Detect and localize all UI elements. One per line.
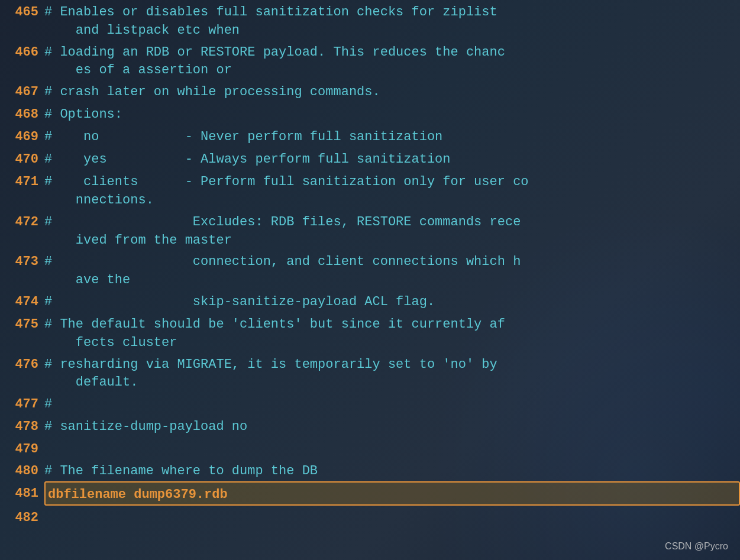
code-container: 465# Enables or disables full sanitizati… xyxy=(0,0,740,560)
line-number-473: 473 xyxy=(0,250,44,271)
line-number-482: 482 xyxy=(0,506,44,527)
line-content-472: # Excludes: RDB files, RESTORE commands … xyxy=(44,210,740,250)
code-line-480: 480# The filename where to dump the DB xyxy=(0,459,740,481)
line-content-478: # sanitize-dump-payload no xyxy=(44,415,740,436)
line-content-468: # Options: xyxy=(44,102,740,124)
code-line-465: 465# Enables or disables full sanitizati… xyxy=(0,0,740,40)
line-content-467: # crash later on while processing comman… xyxy=(44,80,740,102)
line-number-481: 481 xyxy=(0,481,44,503)
code-line-478: 478# sanitize-dump-payload no xyxy=(0,415,740,437)
line-number-469: 469 xyxy=(0,125,44,147)
line-content-474: # skip-sanitize-payload ACL flag. xyxy=(44,290,740,312)
code-line-482: 482 xyxy=(0,506,740,527)
code-line-481: 481dbfilename dump6379.rdb xyxy=(0,481,740,506)
line-content-477: # xyxy=(44,392,740,414)
line-number-480: 480 xyxy=(0,459,44,481)
code-line-477: 477# xyxy=(0,392,740,415)
line-content-473: # connection, and client connections whi… xyxy=(44,250,740,290)
code-line-469: 469# no - Never perform full sanitizatio… xyxy=(0,125,740,147)
line-content-469: # no - Never perform full sanitization xyxy=(44,125,740,147)
code-line-470: 470# yes - Always perform full sanitizat… xyxy=(0,147,740,170)
line-number-470: 470 xyxy=(0,147,44,169)
line-number-471: 471 xyxy=(0,170,44,192)
line-number-475: 475 xyxy=(0,312,44,334)
line-number-477: 477 xyxy=(0,392,44,414)
line-content-482 xyxy=(44,506,740,509)
line-number-478: 478 xyxy=(0,415,44,436)
code-line-475: 475# The default should be 'clients' but… xyxy=(0,312,740,352)
code-line-468: 468# Options: xyxy=(0,102,740,125)
line-number-474: 474 xyxy=(0,290,44,312)
line-number-467: 467 xyxy=(0,80,44,102)
line-number-466: 466 xyxy=(0,40,44,62)
line-content-470: # yes - Always perform full sanitization xyxy=(44,147,740,169)
code-line-479: 479 xyxy=(0,437,740,459)
code-line-467: 467# crash later on while processing com… xyxy=(0,80,740,102)
line-number-468: 468 xyxy=(0,102,44,124)
line-content-465: # Enables or disables full sanitization … xyxy=(44,0,740,40)
line-content-471: # clients - Perform full sanitization on… xyxy=(44,170,740,210)
line-content-480: # The filename where to dump the DB xyxy=(44,459,740,481)
code-line-474: 474# skip-sanitize-payload ACL flag. xyxy=(0,290,740,312)
line-number-472: 472 xyxy=(0,210,44,232)
line-number-465: 465 xyxy=(0,0,44,22)
line-content-476: # resharding via MIGRATE, it is temporar… xyxy=(44,352,740,393)
code-line-472: 472# Excludes: RDB files, RESTORE comman… xyxy=(0,210,740,250)
line-content-479 xyxy=(44,437,740,441)
code-line-473: 473# connection, and client connections … xyxy=(0,250,740,290)
line-content-481: dbfilename dump6379.rdb xyxy=(44,481,740,506)
watermark-label: CSDN @Pycro xyxy=(665,541,728,552)
code-line-471: 471# clients - Perform full sanitization… xyxy=(0,170,740,210)
line-number-476: 476 xyxy=(0,352,44,374)
code-line-476: 476# resharding via MIGRATE, it is tempo… xyxy=(0,352,740,393)
line-number-479: 479 xyxy=(0,437,44,459)
line-content-475: # The default should be 'clients' but si… xyxy=(44,312,740,352)
code-line-466: 466# loading an RDB or RESTORE payload. … xyxy=(0,40,740,80)
line-content-466: # loading an RDB or RESTORE payload. Thi… xyxy=(44,40,740,80)
